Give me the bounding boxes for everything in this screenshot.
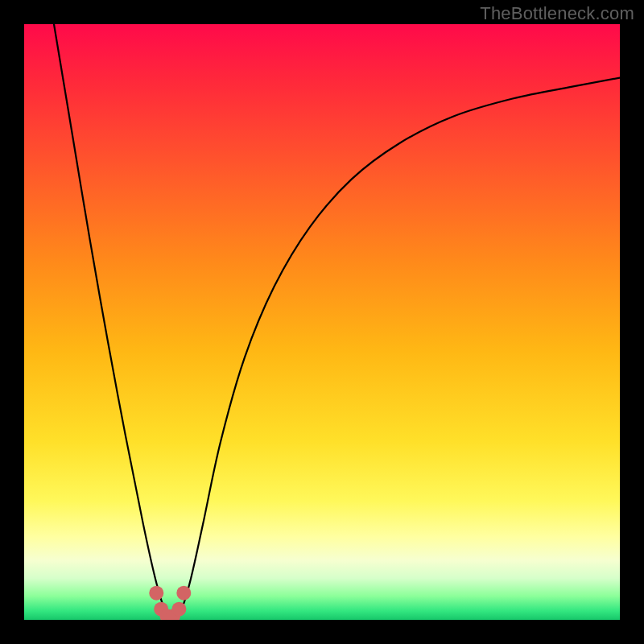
marker-dot <box>176 586 191 601</box>
bottleneck-chart <box>24 24 620 620</box>
watermark-label: TheBottleneck.com <box>480 3 634 24</box>
marker-dot <box>149 586 163 601</box>
gradient-background <box>24 24 620 620</box>
chart-frame <box>24 24 620 620</box>
marker-dot <box>171 602 186 617</box>
